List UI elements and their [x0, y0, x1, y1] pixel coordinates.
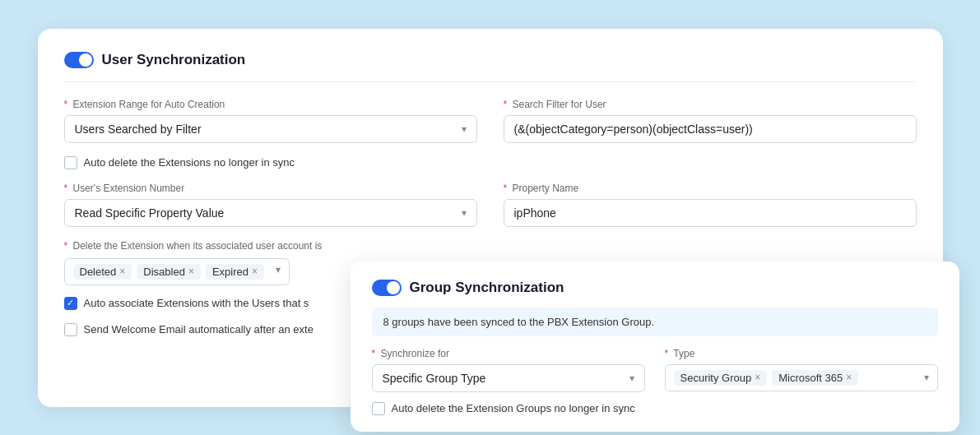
extension-range-group: * Extension Range for Auto Creation User… [64, 99, 477, 143]
user-ext-value: Read Specific Property Value [75, 206, 225, 220]
group-sync-header: Group Synchronization [372, 280, 938, 296]
user-ext-label: * User's Extension Number [64, 183, 477, 194]
user-sync-toggle[interactable] [64, 52, 94, 68]
send-welcome-checkbox[interactable] [64, 323, 77, 336]
info-banner: 8 groups have been synced to the PBX Ext… [372, 308, 938, 336]
extension-range-value: Users Searched by Filter [75, 123, 202, 136]
delete-ext-label: * Delete the Extension when its associat… [64, 240, 917, 252]
chevron-down-icon-3: ▾ [276, 264, 281, 280]
sync-for-select[interactable]: Specific Group Type ▾ [372, 364, 645, 392]
auto-delete-groups-checkbox[interactable] [372, 402, 385, 415]
tag-disabled: Disabled × [137, 264, 201, 280]
tag-deleted: Deleted × [73, 264, 132, 280]
property-name-group: * Property Name [504, 183, 917, 227]
type-label: * Type [665, 348, 938, 359]
form-row-2: * User's Extension Number Read Specific … [64, 183, 917, 227]
chevron-down-icon-2: ▾ [462, 207, 467, 219]
tag-microsoft365: Microsoft 365 × [772, 370, 858, 386]
auto-delete-checkbox[interactable] [64, 156, 77, 169]
required-star-4: * [504, 183, 508, 194]
user-sync-title: User Synchronization [102, 52, 246, 68]
user-ext-select[interactable]: Read Specific Property Value ▾ [64, 199, 477, 227]
required-star-3: * [64, 183, 68, 194]
required-star-5: * [64, 240, 68, 252]
property-name-label: * Property Name [504, 183, 917, 194]
tag-m365-close[interactable]: × [846, 372, 852, 383]
search-filter-input[interactable] [504, 115, 917, 143]
tag-disabled-close[interactable]: × [188, 266, 194, 277]
tag-expired-close[interactable]: × [252, 266, 258, 277]
required-star-1: * [64, 99, 68, 110]
group-form-row: * Synchronize for Specific Group Type ▾ … [372, 348, 938, 392]
required-star-2: * [504, 99, 508, 110]
sync-for-value: Specific Group Type [383, 372, 486, 385]
required-star-6: * [372, 348, 376, 359]
extension-range-select[interactable]: Users Searched by Filter ▾ [64, 115, 477, 143]
type-tags-row: Security Group × Microsoft 365 × ▾ [665, 364, 938, 391]
group-sync-card: Group Synchronization 8 groups have been… [351, 261, 959, 432]
tag-security-close[interactable]: × [755, 372, 760, 383]
tag-deleted-close[interactable]: × [119, 266, 125, 277]
sync-for-label: * Synchronize for [372, 348, 645, 359]
tag-security-group: Security Group × [674, 370, 768, 386]
delete-tags-row: Deleted × Disabled × Expired × ▾ [64, 258, 290, 285]
user-sync-card: User Synchronization * Extension Range f… [38, 29, 943, 407]
search-filter-group: * Search Filter for User [504, 99, 917, 143]
sync-for-group: * Synchronize for Specific Group Type ▾ [372, 348, 645, 392]
group-sync-toggle[interactable] [372, 280, 402, 296]
group-sync-title: Group Synchronization [410, 280, 564, 296]
user-ext-group: * User's Extension Number Read Specific … [64, 183, 477, 227]
auto-assoc-label: Auto associate Extensions with the Users… [84, 297, 309, 309]
tag-expired: Expired × [206, 264, 264, 280]
chevron-down-icon-4: ▾ [629, 373, 634, 384]
search-filter-label: * Search Filter for User [504, 99, 917, 110]
type-group: * Type Security Group × Microsoft 365 × … [665, 348, 938, 392]
chevron-down-icon: ▾ [462, 123, 467, 135]
auto-delete-groups-label: Auto delete the Extension Groups no long… [392, 402, 635, 414]
user-sync-header: User Synchronization [64, 52, 917, 82]
chevron-down-icon-5: ▾ [924, 372, 929, 383]
auto-assoc-checkbox[interactable] [64, 297, 77, 310]
auto-delete-label: Auto delete the Extensions no longer in … [84, 156, 295, 169]
required-star-7: * [665, 348, 669, 359]
form-row-1: * Extension Range for Auto Creation User… [64, 99, 917, 143]
property-name-input[interactable] [504, 199, 917, 227]
extension-range-label: * Extension Range for Auto Creation [64, 99, 477, 110]
auto-delete-row: Auto delete the Extensions no longer in … [64, 156, 917, 169]
send-welcome-label: Send Welcome Email automatically after a… [84, 323, 314, 336]
auto-delete-groups-row: Auto delete the Extension Groups no long… [372, 402, 938, 415]
